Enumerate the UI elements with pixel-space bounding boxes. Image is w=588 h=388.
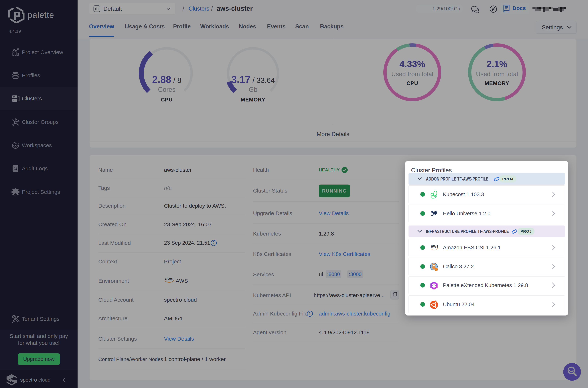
- svg-text:aws: aws: [431, 244, 438, 248]
